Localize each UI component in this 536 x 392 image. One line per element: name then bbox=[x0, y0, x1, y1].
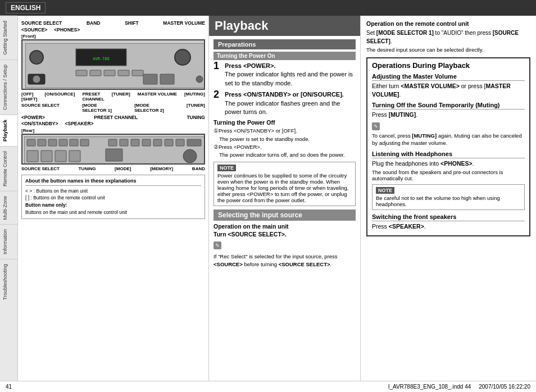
step-1-num: 1 bbox=[214, 61, 222, 71]
text-volume: Either turn <MASTER VOLUME> or press [MA… bbox=[372, 82, 525, 98]
svg-rect-31 bbox=[165, 139, 173, 146]
svg-rect-12 bbox=[143, 74, 157, 84]
svg-point-14 bbox=[196, 76, 203, 83]
svg-rect-22 bbox=[27, 151, 38, 162]
legend-item-3: Button name only: bbox=[25, 202, 201, 209]
playback-title: Playback bbox=[209, 16, 360, 36]
label-shift: SHIFT bbox=[125, 20, 139, 26]
step-2-desc: The power indicator flashes green and th… bbox=[225, 100, 340, 115]
label-band: BAND bbox=[87, 20, 101, 26]
headphones-subtext: The sound from the speakers and pre-out … bbox=[372, 169, 525, 181]
lbl-preset-ch-bottom: PRESET CHANNEL bbox=[94, 115, 138, 120]
svg-point-11 bbox=[33, 75, 40, 83]
rear-panel-svg bbox=[24, 136, 205, 165]
svg-rect-28 bbox=[131, 139, 139, 146]
sidebar-item-getting-started[interactable]: Getting Started bbox=[0, 16, 17, 60]
lbl-onstandby: <ON/STANDBY> bbox=[21, 121, 58, 126]
text-speakers: Press <SPEAKER>. bbox=[372, 222, 525, 231]
ops-during-playback-box: Operations During Playback Adjusting the… bbox=[366, 57, 530, 236]
note-box-1: NOTE Power continues to be supplied to s… bbox=[214, 162, 356, 206]
lbl-muting: [MUTING] bbox=[184, 92, 205, 102]
legend-item-1: < > : Buttons on the main unit bbox=[25, 188, 201, 195]
turning-off-steps: ①Press <ON/STANDBY> or [OFF]. The power … bbox=[214, 127, 356, 159]
step-1-bold: Press <POWER>. bbox=[225, 62, 276, 69]
lbl-memory-rear: [MEMORY] bbox=[150, 166, 173, 171]
bottom-bar: 41 I_AVR788E3_ENG_108_.indd 44 2007/10/0… bbox=[0, 381, 536, 392]
svg-rect-29 bbox=[142, 139, 151, 146]
off-step-2-sub: The power indicator turns off, and so do… bbox=[214, 151, 356, 159]
lbl-mode-sel2: [MODESELECTOR 2] bbox=[134, 103, 164, 113]
headphones-note-label: NOTE bbox=[376, 187, 394, 194]
right-panel: Operation on the remote control unit Set… bbox=[361, 16, 536, 392]
sidebar-item-playback[interactable]: Playback bbox=[0, 115, 17, 146]
page-number: 41 bbox=[6, 384, 12, 390]
svg-rect-6 bbox=[90, 70, 101, 76]
note-label-1: NOTE bbox=[217, 165, 236, 171]
lbl-tuner2: [TUNER] bbox=[187, 103, 205, 113]
svg-rect-27 bbox=[120, 139, 128, 146]
label-master-volume-top: MASTER VOLUME bbox=[163, 20, 205, 26]
step-2-bold: Press <ON/STANDBY> or [ON/SOURCE]. bbox=[225, 91, 344, 98]
svg-rect-17 bbox=[38, 139, 46, 146]
label-phones-bracket: <PHONES> bbox=[54, 27, 80, 33]
headphones-note-text: Be careful not to set the volume too hig… bbox=[376, 195, 521, 207]
lbl-source-select-rear: SOURCE SELECT bbox=[21, 166, 60, 171]
step-2-text: Press <ON/STANDBY> or [ON/SOURCE]. The p… bbox=[225, 90, 356, 116]
language-label: ENGLISH bbox=[6, 2, 46, 13]
svg-rect-8 bbox=[118, 70, 129, 76]
main-content: SOURCE SELECT BAND SHIFT MASTER VOLUME <… bbox=[18, 16, 536, 392]
info-icon: ✎ bbox=[214, 241, 221, 249]
label-source-select: SOURCE SELECT bbox=[21, 20, 62, 26]
label-source-bracket: <SOURCE> bbox=[21, 27, 47, 33]
lbl-tuning-rear: TUNING bbox=[79, 166, 96, 171]
front-label: [Front] bbox=[21, 34, 205, 39]
svg-rect-25 bbox=[69, 151, 80, 162]
svg-rect-32 bbox=[176, 139, 184, 146]
text-headphones: Plug the headphones into <PHONES>. bbox=[372, 159, 525, 168]
heading-speakers: Switching the front speakers bbox=[372, 213, 525, 221]
file-info: I_AVR788E3_ENG_108_.indd 44 2007/10/05 1… bbox=[388, 384, 530, 390]
lbl-preset-channel: PRESETCHANNEL bbox=[82, 92, 104, 102]
info-note-text: If "Rec Select" is selected for the inpu… bbox=[214, 253, 356, 268]
lbl-on-source: [ON/SOURCE] bbox=[45, 92, 75, 102]
front-panel-svg: AVR-788 bbox=[25, 43, 205, 88]
sidebar-item-multi-zone[interactable]: Multi-Zone bbox=[0, 191, 17, 225]
preparations-title: Preparations bbox=[214, 39, 356, 49]
svg-rect-16 bbox=[27, 139, 35, 146]
off-step-1: ①Press <ON/STANDBY> or [OFF]. bbox=[214, 127, 356, 135]
legend-item-2: [ ] : Buttons on the remote control unit bbox=[25, 194, 201, 202]
sidebar-item-remote-control[interactable]: Remote Control bbox=[0, 146, 17, 191]
sidebar-item-information[interactable]: Information bbox=[0, 224, 17, 259]
svg-point-3 bbox=[30, 51, 43, 64]
heading-headphones: Listening with Headphones bbox=[372, 151, 525, 158]
remote-ctrl-subtext: The desired input source can be selected… bbox=[366, 47, 530, 53]
center-content: Preparations Turning the Power On 1 Pres… bbox=[209, 39, 360, 272]
lbl-mode-rear: [MODE] bbox=[115, 166, 131, 171]
info-icon-muting: ✎ bbox=[372, 122, 380, 130]
lbl-band-rear: BAND bbox=[192, 166, 205, 171]
main-unit-text: Turn <SOURCE SELECT>. bbox=[214, 231, 356, 238]
svg-rect-9 bbox=[132, 70, 143, 76]
sidebar-item-connections[interactable]: Connections / Setup bbox=[0, 60, 17, 115]
sidebar-item-troubleshooting[interactable]: Troubleshooting bbox=[0, 259, 17, 304]
svg-point-4 bbox=[175, 49, 190, 65]
step-2-num: 2 bbox=[214, 89, 222, 99]
svg-rect-24 bbox=[55, 151, 66, 162]
text-muting: Press [MUTING]. bbox=[372, 111, 525, 119]
svg-rect-33 bbox=[187, 139, 201, 146]
ops-box-title: Operations During Playback bbox=[372, 61, 525, 70]
remote-ctrl-title: Operation on the remote control unit bbox=[366, 20, 530, 27]
heading-muting: Turning Off the Sound Temporarily (Mutin… bbox=[372, 102, 525, 110]
step-2: 2 Press <ON/STANDBY> or [ON/SOURCE]. The… bbox=[214, 90, 356, 116]
svg-rect-5 bbox=[76, 70, 87, 76]
lbl-tuner: [TUNER] bbox=[112, 92, 130, 102]
headphones-note-box: NOTE Be careful not to set the volume to… bbox=[372, 184, 525, 210]
lbl-source-select-front: SOURCE SELECT bbox=[21, 103, 60, 113]
lbl-speaker: <SPEAKER> bbox=[65, 121, 94, 126]
svg-rect-21 bbox=[80, 139, 89, 146]
svg-rect-19 bbox=[59, 139, 67, 146]
lbl-off: [OFF][SHIFT] bbox=[21, 92, 37, 102]
step-1: 1 Press <POWER>. The power indicator lig… bbox=[214, 62, 356, 88]
turning-off-title: Turning the Power Off bbox=[214, 119, 356, 126]
svg-rect-35 bbox=[106, 149, 122, 161]
